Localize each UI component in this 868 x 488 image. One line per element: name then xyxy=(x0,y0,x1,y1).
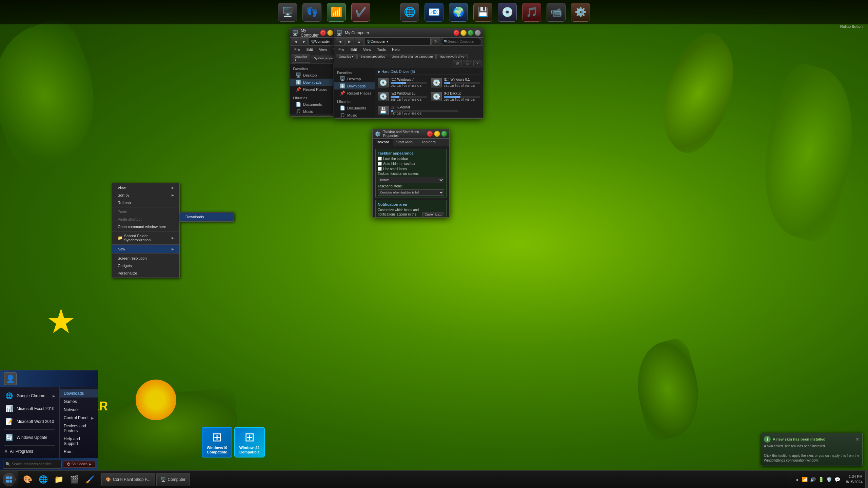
win-close-large[interactable]: ✕ xyxy=(453,30,459,36)
menu-edit-small[interactable]: Edit xyxy=(304,47,316,52)
buttons-select[interactable]: Combine when taskbar is full xyxy=(378,189,444,196)
ctx-shared-folder[interactable]: 📁Shared Folder Synchronization ▶ xyxy=(112,232,179,244)
nav-up-large[interactable]: ▲ xyxy=(355,38,363,45)
start-item-word[interactable]: 📝 Microsoft Word 2010 xyxy=(0,415,59,428)
dock-chrome-icon[interactable]: 🌐 xyxy=(399,2,420,22)
lock-taskbar-checkbox[interactable] xyxy=(378,157,382,161)
start-right-downloads[interactable]: Downloads xyxy=(60,389,98,398)
sidebar-music-large[interactable]: 🎵Music xyxy=(334,111,375,118)
view-icons-btn[interactable]: ⊞ xyxy=(453,60,462,66)
start-right-network[interactable]: Network xyxy=(60,406,98,414)
win-close-small[interactable]: ✕ xyxy=(320,30,326,36)
start-right-help[interactable]: Help and Support xyxy=(60,435,98,448)
small-icons-checkbox[interactable] xyxy=(378,167,382,171)
windows11-badge[interactable]: ⊞ Windows11Compatible xyxy=(234,427,265,458)
search-bar-large[interactable]: 🔍 Search Computer xyxy=(441,38,481,45)
customize-button[interactable]: Customize... xyxy=(422,212,444,217)
menu-edit-large[interactable]: Edit xyxy=(348,47,360,52)
submenu-downloads[interactable]: Downloads xyxy=(180,213,234,221)
ctx-sort[interactable]: Sort by ▶ xyxy=(112,191,179,199)
sidebar-music-small[interactable]: 🎵Music xyxy=(290,108,333,115)
start-right-controlpanel[interactable]: Control Panel ▶ xyxy=(60,414,98,422)
ql-media-icon[interactable]: 🎬 xyxy=(67,472,81,487)
address-bar-large[interactable]: 🖥️ Computer ▾ xyxy=(364,38,431,45)
tray-arrow[interactable]: ◂ xyxy=(793,476,800,483)
view-help-btn[interactable]: ? xyxy=(473,60,481,66)
shutdown-button[interactable]: ⏻ Shut down ▶ xyxy=(63,461,95,468)
start-button[interactable] xyxy=(0,471,18,488)
dock-maps-icon[interactable]: 🌍 xyxy=(448,2,469,22)
system-props-large[interactable]: System properties xyxy=(357,54,388,59)
win-min-small[interactable]: − xyxy=(327,30,333,36)
win-help-large[interactable]: ? xyxy=(475,30,481,36)
menu-view-small[interactable]: View xyxy=(316,47,330,52)
sidebar-downloads-large[interactable]: ⬇️Downloads xyxy=(334,82,375,89)
dock-dvd-icon[interactable]: 💿 xyxy=(497,2,517,22)
win-close-props[interactable]: ✕ xyxy=(427,131,433,137)
sidebar-recent-small[interactable]: 📌Recent Places xyxy=(290,86,333,93)
menu-view-large[interactable]: View xyxy=(360,47,374,52)
start-right-run[interactable]: Run... xyxy=(60,448,98,456)
autohide-checkbox[interactable] xyxy=(378,162,382,166)
nav-back-small[interactable]: ◀ xyxy=(292,38,299,45)
tab-start-menu[interactable]: Start Menu xyxy=(393,139,418,146)
ctx-screen-res[interactable]: Screen resolution xyxy=(112,255,179,262)
ctx-open-cmd[interactable]: Open command window here xyxy=(112,223,179,230)
dock-wifi-icon[interactable]: 📶 xyxy=(326,2,347,22)
win-max-props[interactable]: + xyxy=(441,131,447,137)
taskbar-item-corel[interactable]: 🎨 Corel Paint Shop P... xyxy=(101,473,155,486)
start-item-excel[interactable]: 📊 Microsoft Excel 2010 xyxy=(0,402,59,415)
nav-forward-large[interactable]: ▶ xyxy=(345,38,354,45)
start-item-winupdate[interactable]: 🔄 Windows Update xyxy=(0,431,59,444)
uninstall-btn-large[interactable]: Uninstall or change a program xyxy=(389,54,436,59)
titlebar-mycomp-large[interactable]: 🖥️ My Computer ✕ − + ? xyxy=(334,28,483,38)
sidebar-downloads-small[interactable]: ⬇️Downloads xyxy=(290,79,333,86)
win-min-large[interactable]: − xyxy=(460,30,467,36)
sidebar-docs-large[interactable]: 📄Documents xyxy=(334,104,375,111)
menu-file-large[interactable]: File xyxy=(336,47,347,52)
location-select[interactable]: bottom xyxy=(378,177,444,183)
ctx-view[interactable]: View ▶ xyxy=(112,184,179,191)
dock-settings-icon[interactable]: ⚙️ xyxy=(570,2,591,22)
system-props-small[interactable]: System properties xyxy=(311,56,334,61)
ctx-refresh[interactable]: Refresh xyxy=(112,199,179,206)
dock-email-icon[interactable]: 📧 xyxy=(424,2,444,22)
tray-action-center[interactable]: 💬 xyxy=(834,476,841,483)
ql-paint-icon[interactable]: 🖌️ xyxy=(83,472,97,487)
win-min-props[interactable]: − xyxy=(434,131,440,137)
drive-c[interactable]: 💽 (C:) Windows 7 263 GB free of 465 GB xyxy=(376,76,428,89)
windows10-badge[interactable]: ⊞ Windows10Compatible xyxy=(202,427,232,458)
menu-tools-small[interactable]: Tools xyxy=(330,47,334,52)
dock-video-icon[interactable]: 📹 xyxy=(546,2,566,22)
sidebar-docs-small[interactable]: 📄Documents xyxy=(290,101,333,108)
tab-taskbar[interactable]: Taskbar xyxy=(373,139,393,146)
notif-close-button[interactable]: ✕ xyxy=(855,437,860,442)
nav-refresh-large[interactable]: ↻ xyxy=(431,38,440,45)
tray-security[interactable]: 🛡️ xyxy=(826,476,832,483)
dock-foot-icon[interactable]: 👣 xyxy=(302,2,322,22)
ctx-gadgets[interactable]: Gadgets xyxy=(112,262,179,269)
mapnetwork-btn-large[interactable]: Map network drive xyxy=(436,54,468,59)
menu-file-small[interactable]: File xyxy=(292,47,303,52)
ctx-personalize[interactable]: Personalize xyxy=(112,269,179,277)
tray-battery[interactable]: 🔋 xyxy=(817,476,824,483)
dock-winamp-icon[interactable]: 🎵 xyxy=(521,2,542,22)
start-right-devices[interactable]: Devices and Printers xyxy=(60,422,98,435)
ql-explorer-icon[interactable]: 📁 xyxy=(52,472,66,487)
ctx-new[interactable]: New ▶ xyxy=(112,245,179,253)
tray-volume[interactable]: 🔊 xyxy=(809,476,816,483)
ql-corel-icon[interactable]: 🎨 xyxy=(20,472,35,487)
sidebar-recent-large[interactable]: 📌Recent Places xyxy=(334,89,375,97)
organize-btn-large[interactable]: Organize ▾ xyxy=(336,54,357,59)
ctx-paste-shortcut[interactable]: Paste shortcut xyxy=(112,216,179,223)
dock-hd-icon[interactable]: 💾 xyxy=(473,2,493,22)
nav-forward-small[interactable]: ▶ xyxy=(300,38,308,45)
taskbar-item-computer[interactable]: 🖥️ Computer xyxy=(156,473,190,486)
tray-network[interactable]: 📶 xyxy=(801,476,808,483)
drive-f[interactable]: 💽 (F:) Backup 250 GB free of 465 GB xyxy=(430,90,481,103)
all-programs-item[interactable]: ≡ All Programs xyxy=(0,447,59,456)
dock-tasks-icon[interactable]: ✔️ xyxy=(351,2,371,22)
sidebar-desktop-small[interactable]: 🖥️Desktop xyxy=(290,72,333,79)
menu-tools-large[interactable]: Tools xyxy=(374,47,389,52)
show-desktop-button[interactable] xyxy=(865,471,868,488)
